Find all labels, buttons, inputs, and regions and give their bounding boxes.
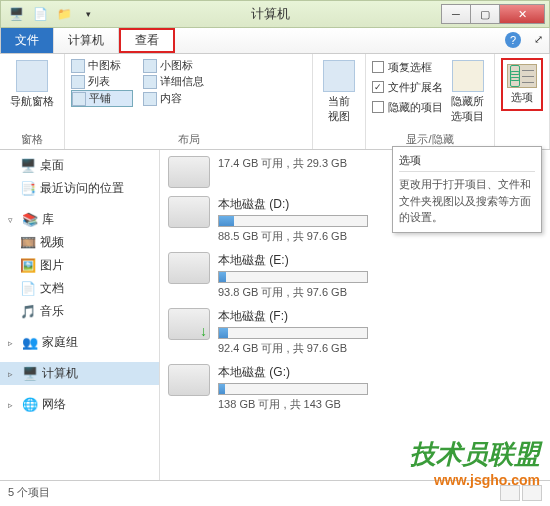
ribbon: 导航窗格 窗格 中图标 小图标 列表 详细信息 平铺 内容 布局 bbox=[0, 54, 550, 150]
qat-properties-icon[interactable]: 📄 bbox=[29, 4, 51, 24]
layout-list[interactable]: 列表 bbox=[71, 74, 133, 89]
drive-item[interactable]: 本地磁盘 (F:) 92.4 GB 可用 , 共 97.6 GB bbox=[166, 304, 544, 360]
drive-icon bbox=[168, 156, 210, 188]
document-icon: 📄 bbox=[20, 281, 36, 297]
check-extensions[interactable]: ✓文件扩展名 bbox=[372, 78, 443, 96]
tooltip-title: 选项 bbox=[399, 153, 535, 172]
computer-icon: 🖥️ bbox=[22, 366, 38, 382]
drive-name: 本地磁盘 (E:) bbox=[218, 252, 542, 269]
sidebar-recent[interactable]: 📑最近访问的位置 bbox=[0, 177, 159, 200]
options-button[interactable]: 选项 bbox=[501, 58, 543, 111]
expand-icon[interactable]: ▹ bbox=[8, 400, 18, 410]
window-controls: ─ ▢ ✕ bbox=[442, 4, 545, 24]
maximize-button[interactable]: ▢ bbox=[470, 4, 500, 24]
network-icon: 🌐 bbox=[22, 397, 38, 413]
ribbon-group-layout: 中图标 小图标 列表 详细信息 平铺 内容 布局 bbox=[65, 54, 313, 149]
window-title: 计算机 bbox=[99, 5, 442, 23]
nav-pane-icon bbox=[16, 60, 48, 92]
drive-name: 本地磁盘 (F:) bbox=[218, 308, 542, 325]
group-label-layout: 布局 bbox=[71, 130, 306, 147]
tab-file[interactable]: 文件 bbox=[1, 28, 54, 53]
ribbon-group-panes: 导航窗格 窗格 bbox=[0, 54, 65, 149]
layout-details[interactable]: 详细信息 bbox=[143, 74, 205, 89]
ribbon-tabs: 文件 计算机 查看 ? ⤢ bbox=[0, 28, 550, 54]
minimize-button[interactable]: ─ bbox=[441, 4, 471, 24]
sidebar-pictures[interactable]: 🖼️图片 bbox=[0, 254, 159, 277]
sidebar-libraries[interactable]: ▿📚库 bbox=[0, 208, 159, 231]
drive-name: 本地磁盘 (G:) bbox=[218, 364, 542, 381]
small-icon bbox=[143, 59, 157, 73]
current-view-label: 当前 视图 bbox=[328, 94, 350, 124]
collapse-ribbon-icon[interactable]: ⤢ bbox=[534, 33, 543, 46]
drive-download-icon bbox=[168, 308, 210, 340]
layout-medium[interactable]: 中图标 bbox=[71, 58, 133, 73]
statusbar: 5 个项目 bbox=[0, 480, 550, 504]
drive-bar bbox=[218, 271, 368, 283]
current-view-icon bbox=[323, 60, 355, 92]
drive-free: 93.8 GB 可用 , 共 97.6 GB bbox=[218, 285, 542, 300]
tiles-icon bbox=[72, 92, 86, 106]
drive-icon bbox=[168, 364, 210, 396]
tab-view[interactable]: 查看 bbox=[119, 28, 175, 53]
status-count: 5 个项目 bbox=[8, 485, 50, 500]
drive-icon bbox=[168, 196, 210, 228]
options-tooltip: 选项 更改用于打开项目、文件和文件夹视图以及搜索等方面的设置。 bbox=[392, 146, 542, 233]
desktop-icon: 🖥️ bbox=[20, 158, 36, 174]
picture-icon: 🖼️ bbox=[20, 258, 36, 274]
navigation-sidebar: 🖥️桌面 📑最近访问的位置 ▿📚库 🎞️视频 🖼️图片 📄文档 🎵音乐 ▹👥家庭… bbox=[0, 150, 160, 480]
quick-access-toolbar: 🖥️ 📄 📁 ▾ bbox=[5, 4, 99, 24]
layout-content[interactable]: 内容 bbox=[143, 90, 205, 107]
options-icon bbox=[507, 64, 537, 88]
recent-icon: 📑 bbox=[20, 181, 36, 197]
hide-icon bbox=[452, 60, 484, 92]
titlebar: 🖥️ 📄 📁 ▾ 计算机 ─ ▢ ✕ bbox=[0, 0, 550, 28]
medium-icon bbox=[71, 59, 85, 73]
homegroup-icon: 👥 bbox=[22, 335, 38, 351]
current-view-button[interactable]: 当前 视图 bbox=[319, 58, 359, 126]
tiles-view-button[interactable] bbox=[522, 485, 542, 501]
checkbox-icon bbox=[372, 101, 384, 113]
ribbon-group-current: 当前 视图 bbox=[313, 54, 366, 149]
qat-newfolder-icon[interactable]: 📁 bbox=[53, 4, 75, 24]
tab-computer[interactable]: 计算机 bbox=[54, 28, 119, 53]
help-icon[interactable]: ? bbox=[505, 32, 521, 48]
close-button[interactable]: ✕ bbox=[499, 4, 545, 24]
ribbon-group-showhide: 项复选框 ✓文件扩展名 隐藏的项目 隐藏所 选项目 显示/隐藏 bbox=[366, 54, 495, 149]
details-view-button[interactable] bbox=[500, 485, 520, 501]
expand-icon[interactable]: ▹ bbox=[8, 369, 18, 379]
drive-bar bbox=[218, 383, 368, 395]
sidebar-documents[interactable]: 📄文档 bbox=[0, 277, 159, 300]
sidebar-music[interactable]: 🎵音乐 bbox=[0, 300, 159, 323]
checkbox-checked-icon: ✓ bbox=[372, 81, 384, 93]
sidebar-desktop[interactable]: 🖥️桌面 bbox=[0, 154, 159, 177]
hide-selected-button[interactable]: 隐藏所 选项目 bbox=[447, 58, 488, 126]
layout-small[interactable]: 小图标 bbox=[143, 58, 205, 73]
content-icon bbox=[143, 92, 157, 106]
video-icon: 🎞️ bbox=[20, 235, 36, 251]
drive-item[interactable]: 本地磁盘 (E:) 93.8 GB 可用 , 共 97.6 GB bbox=[166, 248, 544, 304]
status-view-buttons bbox=[500, 485, 542, 501]
expand-icon[interactable]: ▿ bbox=[8, 215, 18, 225]
drive-item[interactable]: 本地磁盘 (G:) 138 GB 可用 , 共 143 GB bbox=[166, 360, 544, 416]
music-icon: 🎵 bbox=[20, 304, 36, 320]
layout-gallery[interactable]: 中图标 小图标 列表 详细信息 平铺 内容 bbox=[71, 58, 205, 107]
qat-dropdown-icon[interactable]: ▾ bbox=[77, 4, 99, 24]
drive-free: 138 GB 可用 , 共 143 GB bbox=[218, 397, 542, 412]
sidebar-homegroup[interactable]: ▹👥家庭组 bbox=[0, 331, 159, 354]
group-label-panes: 窗格 bbox=[6, 130, 58, 147]
library-icon: 📚 bbox=[22, 212, 38, 228]
tooltip-body: 更改用于打开项目、文件和文件夹视图以及搜索等方面的设置。 bbox=[399, 176, 535, 226]
drive-free: 92.4 GB 可用 , 共 97.6 GB bbox=[218, 341, 542, 356]
layout-tiles[interactable]: 平铺 bbox=[71, 90, 133, 107]
ribbon-group-options: 选项 bbox=[495, 54, 550, 149]
nav-pane-label: 导航窗格 bbox=[10, 94, 54, 109]
sidebar-computer[interactable]: ▹🖥️计算机 bbox=[0, 362, 159, 385]
expand-icon[interactable]: ▹ bbox=[8, 338, 18, 348]
check-hidden[interactable]: 隐藏的项目 bbox=[372, 98, 443, 116]
app-icon[interactable]: 🖥️ bbox=[5, 4, 27, 24]
check-itemboxes[interactable]: 项复选框 bbox=[372, 58, 443, 76]
drive-icon bbox=[168, 252, 210, 284]
nav-pane-button[interactable]: 导航窗格 bbox=[6, 58, 58, 111]
sidebar-videos[interactable]: 🎞️视频 bbox=[0, 231, 159, 254]
sidebar-network[interactable]: ▹🌐网络 bbox=[0, 393, 159, 416]
